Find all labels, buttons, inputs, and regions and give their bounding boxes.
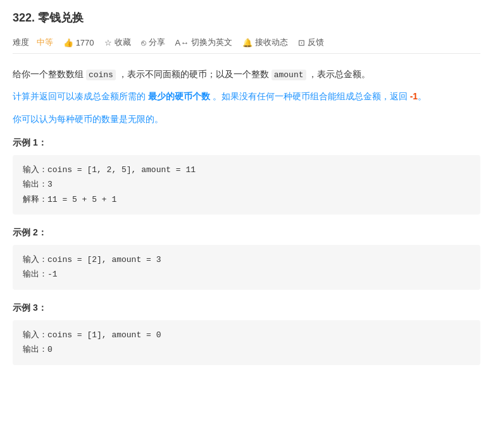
example-2-output-label: 输出： [23, 270, 47, 279]
example-2-input-row: 输入：coins = [2], amount = 3 [23, 252, 470, 267]
example-1-output-row: 输出：3 [23, 177, 470, 192]
example-2-input-label: 输入： [23, 255, 47, 264]
example-3-output-row: 输出：0 [23, 342, 470, 357]
example-2-input-value: coins = [2], amount = 3 [47, 255, 161, 264]
example-3-input-row: 输入：coins = [1], amount = 0 [23, 328, 470, 342]
share-label: 分享 [149, 37, 165, 48]
example-1-input-label: 输入： [23, 165, 47, 175]
collect-label: 收藏 [115, 37, 131, 48]
example-2-output-value: -1 [47, 270, 58, 279]
desc-para1-after: ，表示总金额。 [306, 69, 371, 79]
example-1-explain-label: 解释： [23, 195, 47, 204]
desc-para1-before: 给你一个整数数组 [13, 69, 86, 79]
switch-language-button[interactable]: A↔ 切换为英文 [175, 37, 233, 48]
notify-button[interactable]: 🔔 接收动态 [242, 37, 288, 48]
desc-para2-blue-prefix: 计算并返回可以凑成总金额所需的 [13, 91, 148, 101]
example-3-block: 输入：coins = [1], amount = 0 输出：0 [13, 320, 480, 365]
example-1-block: 输入：coins = [1, 2, 5], amount = 11 输出：3 解… [13, 155, 480, 215]
example-1-output-value: 3 [47, 180, 53, 189]
code-coins: coins [86, 70, 116, 80]
thumbs-up-icon: 👍 [63, 38, 73, 47]
page-title: 322. 零钱兑换 [13, 10, 480, 25]
example-1-input-value: coins = [1, 2, 5], amount = 11 [47, 165, 196, 175]
example-1-explain-value: 11 = 5 + 5 + 1 [47, 195, 116, 204]
likes-count: 1770 [76, 38, 94, 47]
desc-para2-end: 。 [418, 91, 427, 101]
difficulty-section: 难度 中等 [13, 37, 53, 48]
example-3-output-label: 输出： [23, 345, 47, 354]
likes-button[interactable]: 👍 1770 [63, 38, 94, 47]
example-1-title: 示例 1： [13, 137, 480, 149]
bell-icon: 🔔 [242, 38, 253, 47]
feedback-icon: ⊡ [298, 38, 305, 47]
share-button[interactable]: ⎋ 分享 [141, 37, 165, 48]
desc-para2-bold: 最少的硬币个数 [148, 91, 210, 101]
notify-label: 接收动态 [255, 37, 288, 48]
difficulty-label: 难度 [13, 37, 29, 48]
translate-icon: A↔ [175, 38, 189, 47]
feedback-label: 反馈 [308, 37, 324, 48]
desc-para1-mid: ，表示不同面额的硬币；以及一个整数 [116, 69, 271, 79]
star-icon: ☆ [104, 38, 112, 47]
example-1-explain-row: 解释：11 = 5 + 5 + 1 [23, 192, 470, 207]
switch-label: 切换为英文 [191, 37, 232, 48]
example-3-title: 示例 3： [13, 302, 480, 314]
example-3-input-label: 输入： [23, 330, 47, 340]
example-2-output-row: 输出：-1 [23, 267, 470, 282]
example-2-title: 示例 2： [13, 227, 480, 239]
desc-para2: 计算并返回可以凑成总金额所需的 最少的硬币个数 。如果没有任何一种硬币组合能组成… [13, 89, 480, 104]
example-2: 示例 2： 输入：coins = [2], amount = 3 输出：-1 [13, 227, 480, 290]
desc-para2-return: -1 [410, 91, 418, 101]
example-3-input-value: coins = [1], amount = 0 [47, 330, 161, 340]
desc-para1: 给你一个整数数组 coins ，表示不同面额的硬币；以及一个整数 amount … [13, 66, 480, 82]
example-1-output-label: 输出： [23, 180, 47, 189]
example-1-input-row: 输入：coins = [1, 2, 5], amount = 11 [23, 163, 470, 177]
desc-para3: 你可以认为每种硬币的数量是无限的。 [13, 111, 480, 127]
problem-description: 给你一个整数数组 coins ，表示不同面额的硬币；以及一个整数 amount … [13, 66, 480, 127]
example-3-output-value: 0 [47, 345, 53, 354]
code-amount: amount [271, 70, 306, 80]
desc-para2-blue-suffix: 。如果没有任何一种硬币组合能组成总金额，返回 [210, 91, 410, 101]
example-2-block: 输入：coins = [2], amount = 3 输出：-1 [13, 245, 480, 290]
difficulty-value: 中等 [37, 37, 53, 48]
share-icon: ⎋ [141, 38, 146, 47]
toolbar: 难度 中等 👍 1770 ☆ 收藏 ⎋ 分享 A↔ 切换为英文 🔔 接收动态 ⊡… [13, 32, 480, 54]
collect-button[interactable]: ☆ 收藏 [104, 37, 131, 48]
examples-section: 示例 1： 输入：coins = [1, 2, 5], amount = 11 … [13, 137, 480, 365]
feedback-button[interactable]: ⊡ 反馈 [298, 37, 324, 48]
example-1: 示例 1： 输入：coins = [1, 2, 5], amount = 11 … [13, 137, 480, 215]
example-3: 示例 3： 输入：coins = [1], amount = 0 输出：0 [13, 302, 480, 365]
